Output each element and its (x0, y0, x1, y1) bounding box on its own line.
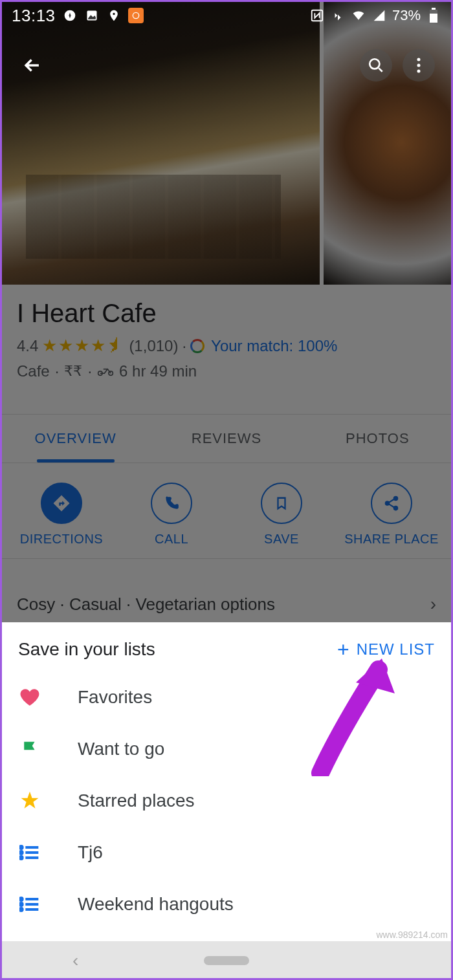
nfc-icon (309, 8, 325, 23)
svg-point-18 (20, 851, 23, 854)
svg-point-2 (133, 12, 138, 18)
svg-point-20 (20, 898, 23, 900)
flag-icon (18, 737, 41, 761)
directions-icon (52, 494, 71, 513)
review-count: (1,010) (129, 337, 178, 355)
rating-stars: ★★★★⯨ (42, 336, 125, 356)
list-item-want-to-go[interactable]: Want to go (0, 723, 453, 775)
share-label: SHARE PLACE (344, 532, 439, 547)
your-match[interactable]: Your match: 100% (211, 337, 337, 355)
travel-time: 6 hr 49 min (119, 362, 197, 380)
sheet-title: Save in your lists (18, 639, 155, 660)
image-icon (84, 8, 100, 23)
directions-label: DIRECTIONS (20, 532, 103, 547)
separator: · (55, 362, 60, 380)
list-item-label: Favorites (78, 687, 152, 708)
watermark: www.989214.com (376, 930, 448, 940)
svg-point-17 (20, 846, 23, 849)
tab-overview[interactable]: OVERVIEW (0, 415, 151, 463)
place-category: Cafe (17, 362, 50, 380)
search-icon (368, 57, 384, 74)
search-button[interactable] (360, 49, 392, 82)
compass-icon (62, 8, 78, 23)
svg-point-22 (20, 908, 23, 911)
svg-point-9 (417, 58, 421, 61)
bookmark-icon (274, 494, 289, 512)
location-icon (106, 8, 122, 23)
save-label: SAVE (264, 532, 299, 547)
back-button[interactable] (18, 51, 47, 80)
battery-icon (426, 8, 441, 23)
price-level: ₹₹ (64, 363, 82, 380)
svg-point-10 (417, 64, 421, 67)
tab-reviews[interactable]: REVIEWS (151, 415, 302, 463)
place-tabs: OVERVIEW REVIEWS PHOTOS (0, 414, 453, 463)
new-list-button[interactable]: + NEW LIST (337, 639, 435, 660)
svg-rect-7 (430, 10, 437, 14)
call-button[interactable]: CALL (116, 483, 226, 547)
svg-rect-6 (430, 13, 437, 23)
new-list-label: NEW LIST (357, 640, 435, 659)
svg-rect-5 (432, 8, 436, 10)
place-details: I Heart Cafe 4.4 ★★★★⯨ (1,010) · Your ma… (0, 285, 453, 380)
action-bar: DIRECTIONS CALL SAVE SHARE PLACE (0, 466, 453, 559)
list-item-custom-2[interactable]: Weekend hangouts (0, 878, 453, 930)
star-icon (18, 789, 41, 812)
share-button[interactable]: SHARE PLACE (337, 483, 447, 547)
tab-photos[interactable]: PHOTOS (302, 415, 453, 463)
nav-back-button[interactable]: ‹ (72, 950, 78, 970)
svg-point-19 (20, 856, 23, 859)
list-item-label: Starred places (78, 790, 195, 811)
app-icon (128, 8, 144, 23)
nav-home-pill[interactable] (204, 956, 249, 965)
signal-icon (371, 8, 387, 23)
more-vert-icon (417, 58, 421, 73)
svg-point-8 (370, 59, 379, 69)
call-label: CALL (155, 532, 188, 547)
separator: · (87, 362, 92, 380)
directions-button[interactable]: DIRECTIONS (6, 483, 116, 547)
heart-icon (18, 686, 41, 709)
save-button[interactable]: SAVE (226, 483, 337, 547)
list-icon (18, 893, 41, 916)
motorcycle-icon (97, 362, 114, 380)
match-ring-icon (190, 339, 204, 353)
tab-reviews-label: REVIEWS (192, 430, 261, 447)
wifi-icon (351, 8, 366, 23)
plus-icon: + (337, 639, 350, 660)
system-nav-bar: ‹ (0, 941, 453, 980)
list-icon (18, 841, 41, 864)
attributes-row[interactable]: Cosy · Casual · Vegetarian options › (0, 582, 453, 626)
list-item-label: Weekend hangouts (78, 894, 234, 915)
battery-percent: 73% (392, 7, 421, 24)
status-bar: 13:13 (0, 0, 453, 31)
tab-photos-label: PHOTOS (346, 430, 410, 447)
save-lists-sheet: Save in your lists + NEW LIST Favorites … (0, 622, 453, 941)
attributes-text: Cosy · Casual · Vegetarian options (17, 594, 275, 615)
list-item-label: Tj6 (78, 842, 103, 863)
phone-icon (163, 495, 180, 512)
rating-value: 4.4 (17, 337, 38, 355)
share-icon (383, 495, 400, 512)
list-item-custom-1[interactable]: Tj6 (0, 827, 453, 878)
more-button[interactable] (403, 49, 435, 82)
tab-overview-label: OVERVIEW (35, 430, 116, 447)
svg-point-11 (417, 70, 421, 73)
list-item-label: Want to go (78, 739, 164, 759)
chevron-right-icon: › (430, 594, 436, 615)
svg-point-21 (20, 903, 23, 906)
list-item-starred[interactable]: Starred places (0, 775, 453, 827)
list-item-favorites[interactable]: Favorites (0, 671, 453, 723)
separator: · (182, 337, 186, 355)
place-title: I Heart Cafe (17, 299, 436, 328)
bluetooth-icon (330, 8, 346, 23)
status-time: 13:13 (12, 6, 56, 26)
